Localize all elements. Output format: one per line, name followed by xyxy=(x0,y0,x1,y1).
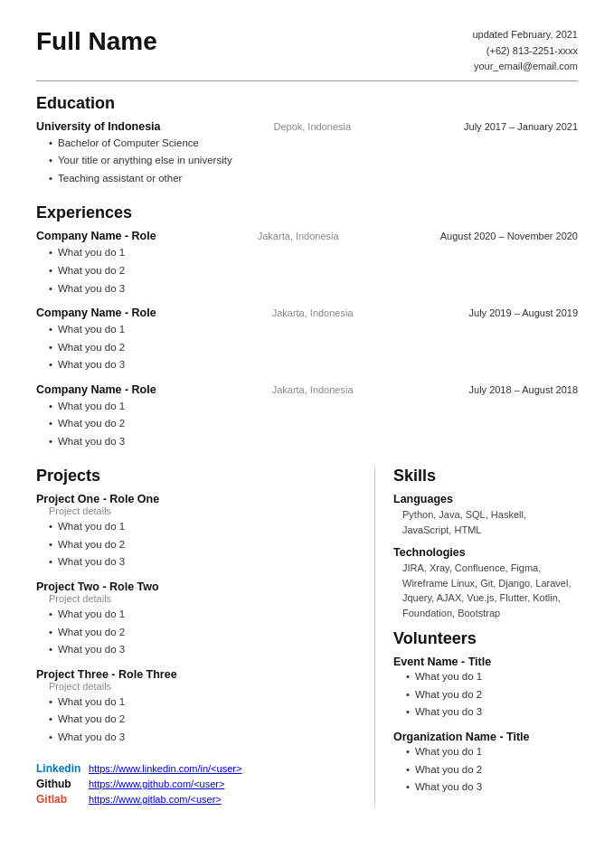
exp-2-b0: What you do 1 xyxy=(49,398,578,416)
project-bullets-2: What you do 1 What you do 2 What you do … xyxy=(36,693,356,747)
proj-2-b0: What you do 1 xyxy=(49,693,356,712)
link-row-github: Github https://www.github.com/<user> xyxy=(36,778,356,790)
volunteer-entry-1: Organization Name - Title What you do 1 … xyxy=(393,731,578,797)
volunteers-section: Volunteers Event Name - Title What you d… xyxy=(393,629,578,796)
volunteer-entry-0: Event Name - Title What you do 1 What yo… xyxy=(393,656,578,722)
exp-0-b0: What you do 1 xyxy=(49,244,578,262)
education-entry-header: University of Indonesia Depok, Indonesia… xyxy=(36,120,578,133)
project-entry-1: Project Two - Role Two Project details W… xyxy=(36,580,356,659)
education-section: Education University of Indonesia Depok,… xyxy=(36,94,578,188)
header: Full Name updated February, 2021 (+62) 8… xyxy=(36,27,578,75)
project-title-0: Project One - Role One xyxy=(36,493,356,505)
skills-title: Skills xyxy=(393,467,578,486)
exp-0-b1: What you do 2 xyxy=(49,262,578,280)
github-label: Github xyxy=(36,778,81,790)
exp-2-b1: What you do 2 xyxy=(49,415,578,433)
volunteer-title-0: Event Name - Title xyxy=(393,656,578,668)
volunteer-title-1: Organization Name - Title xyxy=(393,731,578,743)
project-title-1: Project Two - Role Two xyxy=(36,580,356,593)
exp-1-b2: What you do 3 xyxy=(49,356,578,374)
education-bullets: Bachelor of Computer Science Your title … xyxy=(36,135,578,188)
volunteers-title: Volunteers xyxy=(393,629,578,648)
exp-location-1: Jakarta, Indonesia xyxy=(156,307,469,318)
exp-entry-2: Company Name - Role Jakarta, Indonesia J… xyxy=(36,383,578,451)
linkedin-label: Linkedin xyxy=(36,762,81,775)
volunteer-bullets-1: What you do 1 What you do 2 What you do … xyxy=(393,743,578,797)
vol-0-b0: What you do 1 xyxy=(406,668,578,686)
experiences-section: Experiences Company Name - Role Jakarta,… xyxy=(36,203,578,450)
link-row-linkedin: Linkedin https://www.linkedin.com/in/<us… xyxy=(36,762,356,775)
project-bullets-1: What you do 1 What you do 2 What you do … xyxy=(36,606,356,659)
exp-entry-0: Company Name - Role Jakarta, Indonesia A… xyxy=(36,230,578,297)
full-name: Full Name xyxy=(36,27,157,56)
vol-0-b2: What you do 3 xyxy=(406,703,578,722)
proj-1-b1: What you do 2 xyxy=(49,624,356,642)
proj-0-b1: What you do 2 xyxy=(49,536,356,554)
project-title-2: Project Three - Role Three xyxy=(36,668,356,681)
languages-value: Python, Java, SQL, Haskell, JavaScript, … xyxy=(393,507,578,537)
link-row-gitlab: Gitlab https://www.gitlab.com/<user> xyxy=(36,793,356,806)
exp-bullets-2: What you do 1 What you do 2 What you do … xyxy=(36,398,578,451)
exp-location-0: Jakarta, Indonesia xyxy=(156,231,440,241)
vol-1-b1: What you do 2 xyxy=(406,761,578,779)
volunteer-bullets-0: What you do 1 What you do 2 What you do … xyxy=(393,668,578,722)
project-detail-0: Project details xyxy=(36,505,356,516)
exp-location-2: Jakarta, Indonesia xyxy=(156,384,469,395)
updated-date: updated February, 2021 xyxy=(472,27,578,43)
linkedin-url: https://www.linkedin.com/in/<user> xyxy=(89,763,241,774)
exp-bullets-0: What you do 1 What you do 2 What you do … xyxy=(36,244,578,297)
exp-0-b2: What you do 3 xyxy=(49,280,578,298)
email: your_email@email.com xyxy=(472,59,578,75)
proj-2-b1: What you do 2 xyxy=(49,711,356,729)
languages-label: Languages xyxy=(393,493,578,505)
project-bullets-0: What you do 1 What you do 2 What you do … xyxy=(36,518,356,571)
exp-1-b1: What you do 2 xyxy=(49,339,578,357)
university-name: University of Indonesia xyxy=(36,120,161,133)
vol-1-b2: What you do 3 xyxy=(406,778,578,797)
projects-column: Projects Project One - Role One Project … xyxy=(36,467,375,806)
proj-1-b2: What you do 3 xyxy=(49,641,356,659)
exp-date-2: July 2018 – August 2018 xyxy=(469,384,578,395)
proj-2-b2: What you do 3 xyxy=(49,729,356,747)
proj-1-b0: What you do 1 xyxy=(49,606,356,624)
proj-0-b2: What you do 3 xyxy=(49,553,356,571)
header-divider xyxy=(36,80,578,81)
exp-1-b0: What you do 1 xyxy=(49,321,578,339)
exp-bullets-1: What you do 1 What you do 2 What you do … xyxy=(36,321,578,374)
proj-0-b0: What you do 1 xyxy=(49,518,356,536)
technologies-value: JIRA, Xray, Confluence, Figma, Wireframe… xyxy=(393,561,578,620)
education-title: Education xyxy=(36,94,578,113)
skills-technologies: Technologies JIRA, Xray, Confluence, Fig… xyxy=(393,546,578,620)
exp-header-1: Company Name - Role Jakarta, Indonesia J… xyxy=(36,307,578,319)
edu-bullet-1: Bachelor of Computer Science xyxy=(49,135,578,153)
exp-title-2: Company Name - Role xyxy=(36,383,156,396)
gitlab-url: https://www.gitlab.com/<user> xyxy=(89,794,222,805)
two-col-section: Projects Project One - Role One Project … xyxy=(36,467,578,806)
gitlab-label: Gitlab xyxy=(36,793,81,806)
project-entry-0: Project One - Role One Project details W… xyxy=(36,493,356,571)
vol-1-b0: What you do 1 xyxy=(406,743,578,761)
skills-languages: Languages Python, Java, SQL, Haskell, Ja… xyxy=(393,493,578,537)
project-entry-2: Project Three - Role Three Project detai… xyxy=(36,668,356,747)
skills-section: Skills Languages Python, Java, SQL, Hask… xyxy=(393,467,578,620)
exp-date-1: July 2019 – August 2019 xyxy=(469,307,578,318)
exp-header-0: Company Name - Role Jakarta, Indonesia A… xyxy=(36,230,578,242)
phone: (+62) 813-2251-xxxx xyxy=(472,43,578,60)
exp-title-1: Company Name - Role xyxy=(36,307,156,319)
vol-0-b1: What you do 2 xyxy=(406,686,578,704)
github-url: https://www.github.com/<user> xyxy=(89,778,224,789)
exp-header-2: Company Name - Role Jakarta, Indonesia J… xyxy=(36,383,578,396)
footer-links: Linkedin https://www.linkedin.com/in/<us… xyxy=(36,762,356,806)
skills-volunteers-column: Skills Languages Python, Java, SQL, Hask… xyxy=(375,467,578,806)
edu-bullet-2: Your title or anything else in universit… xyxy=(49,152,578,170)
exp-entry-1: Company Name - Role Jakarta, Indonesia J… xyxy=(36,307,578,374)
university-date: July 2017 – January 2021 xyxy=(464,121,578,132)
edu-bullet-3: Teaching assistant or other xyxy=(49,170,578,188)
project-detail-1: Project details xyxy=(36,593,356,604)
technologies-label: Technologies xyxy=(393,546,578,559)
university-location: Depok, Indonesia xyxy=(161,121,464,132)
project-detail-2: Project details xyxy=(36,681,356,692)
exp-2-b2: What you do 3 xyxy=(49,433,578,451)
header-contact: updated February, 2021 (+62) 813-2251-xx… xyxy=(472,27,578,75)
exp-date-0: August 2020 – November 2020 xyxy=(440,231,578,241)
